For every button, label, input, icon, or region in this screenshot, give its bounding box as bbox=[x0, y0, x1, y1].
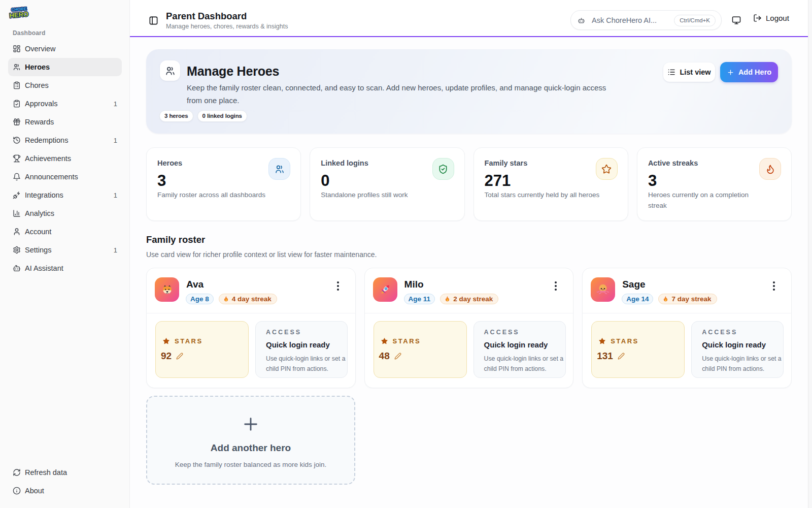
svg-text:HERO: HERO bbox=[9, 10, 29, 19]
